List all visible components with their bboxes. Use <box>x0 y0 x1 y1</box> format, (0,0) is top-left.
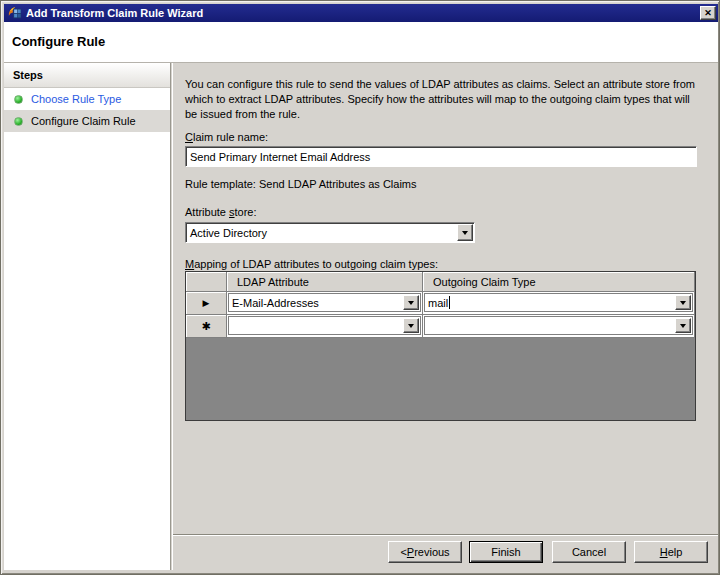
chevron-down-icon <box>680 301 686 305</box>
column-header-ldap-attribute: LDAP Attribute <box>227 272 423 292</box>
ldap-attribute-cell <box>227 315 423 338</box>
outgoing-claim-type-value: mail <box>428 297 448 309</box>
new-row-icon: ✱ <box>201 321 210 332</box>
chevron-down-icon <box>408 324 414 328</box>
row-selector-new[interactable]: ✱ <box>186 315 227 338</box>
page-header: Configure Rule <box>4 22 718 63</box>
current-row-icon: ▶ <box>203 299 210 308</box>
attribute-store-value: Active Directory <box>190 227 267 239</box>
outgoing-claim-type-dropdown-button[interactable] <box>675 295 691 310</box>
step-item-configure-claim-rule[interactable]: Configure Claim Rule <box>4 110 170 132</box>
attribute-store-dropdown-button[interactable] <box>457 224 473 241</box>
grid-header-row: LDAP Attribute Outgoing Claim Type <box>186 272 695 292</box>
claim-rule-name-value: Send Primary Internet Email Address <box>190 151 370 163</box>
step-label: Choose Rule Type <box>31 93 121 105</box>
mapping-grid: LDAP Attribute Outgoing Claim Type ▶ E-M… <box>185 271 696 421</box>
column-header-outgoing-claim-type: Outgoing Claim Type <box>423 272 695 292</box>
step-item-choose-rule-type[interactable]: Choose Rule Type <box>4 88 170 110</box>
step-bullet-icon <box>14 117 23 126</box>
claim-rule-name-label: Claim rule name: <box>185 131 268 143</box>
instructions-text: You can configure this rule to send the … <box>185 77 695 122</box>
page-title: Configure Rule <box>4 22 718 49</box>
rule-template-text: Rule template: Send LDAP Attributes as C… <box>185 178 417 190</box>
table-row: ▶ E-Mail-Addresses mail <box>186 292 695 315</box>
outgoing-claim-type-combobox[interactable]: mail <box>424 293 693 312</box>
cancel-button[interactable]: Cancel <box>552 541 626 563</box>
steps-panel: Steps Choose Rule Type Configure Claim R… <box>4 63 170 570</box>
ldap-attribute-dropdown-button[interactable] <box>403 318 419 333</box>
outgoing-claim-type-dropdown-button[interactable] <box>675 318 691 333</box>
ldap-attribute-select[interactable]: E-Mail-Addresses <box>228 293 421 312</box>
row-selector-current[interactable]: ▶ <box>186 292 227 315</box>
mapping-label: Mapping of LDAP attributes to outgoing c… <box>185 258 438 270</box>
step-bullet-icon <box>14 95 23 104</box>
ldap-attribute-value: E-Mail-Addresses <box>232 297 319 309</box>
outgoing-claim-type-combobox-new[interactable] <box>424 316 693 335</box>
table-row-new: ✱ <box>186 315 695 338</box>
step-label: Configure Claim Rule <box>31 115 136 127</box>
steps-header: Steps <box>4 63 170 88</box>
attribute-store-label: Attribute store: <box>185 206 257 218</box>
wizard-icon <box>8 6 22 20</box>
finish-button[interactable]: Finish <box>469 541 543 563</box>
chevron-down-icon <box>408 301 414 305</box>
chevron-down-icon <box>462 231 468 235</box>
outgoing-claim-type-cell <box>423 315 695 338</box>
button-bar-divider <box>173 534 718 536</box>
window-title: Add Transform Claim Rule Wizard <box>26 7 203 19</box>
text-cursor <box>449 296 450 309</box>
ldap-attribute-dropdown-button[interactable] <box>403 295 419 310</box>
ldap-attribute-cell: E-Mail-Addresses <box>227 292 423 315</box>
help-button[interactable]: Help <box>634 541 708 563</box>
outgoing-claim-type-cell: mail <box>423 292 695 315</box>
attribute-store-select[interactable]: Active Directory <box>185 222 475 243</box>
chevron-down-icon <box>680 324 686 328</box>
previous-button[interactable]: < Previous <box>388 541 462 563</box>
close-button[interactable]: ✕ <box>700 6 716 20</box>
claim-rule-name-input[interactable]: Send Primary Internet Email Address <box>185 146 697 167</box>
grid-corner-header <box>186 272 227 292</box>
panel-separator <box>170 63 173 570</box>
close-icon: ✕ <box>704 9 712 18</box>
wizard-window: Add Transform Claim Rule Wizard ✕ Config… <box>0 0 720 575</box>
ldap-attribute-select-new[interactable] <box>228 316 421 335</box>
title-bar: Add Transform Claim Rule Wizard ✕ <box>4 4 718 22</box>
